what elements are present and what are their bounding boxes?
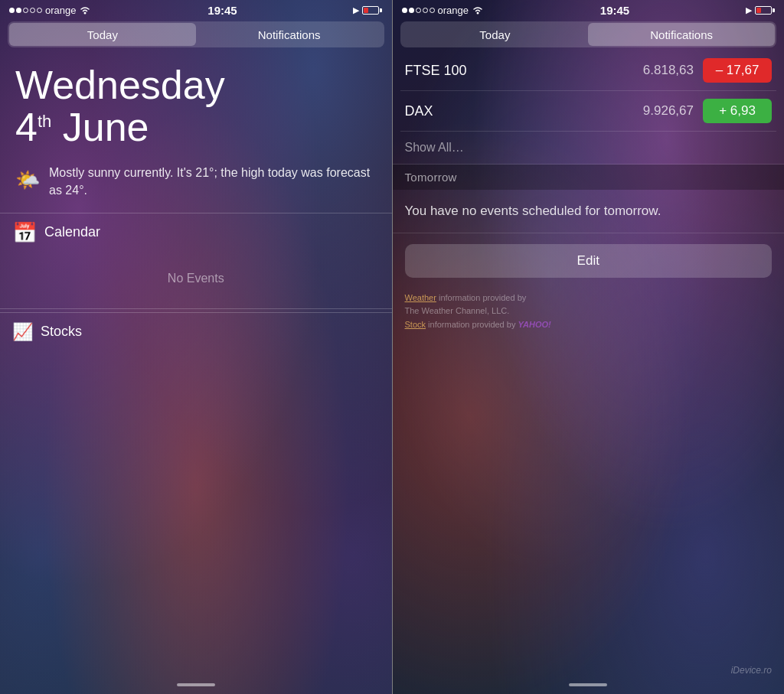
signal-dots-right [402, 8, 435, 13]
stock-badge-dax: + 6,93 [703, 99, 772, 123]
time-left: 19:45 [207, 4, 237, 17]
tab-notifications-right[interactable]: Notifications [588, 23, 775, 46]
footer-text: Weather information provided byThe Weath… [393, 285, 785, 335]
location-icon-left: ▶ [353, 5, 359, 15]
date-sup: th [38, 111, 51, 130]
right-status-bar: orange 19:45 ▶ [393, 0, 785, 18]
edit-button[interactable]: Edit [405, 244, 773, 278]
stock-suffix: information provided by [426, 320, 518, 329]
yahoo-logo: YAHOO! [518, 320, 550, 329]
rdot2 [409, 8, 414, 13]
wifi-icon-right [472, 5, 484, 15]
left-status-bar: orange 19:45 ▶ [0, 0, 392, 18]
date-day: Wednesday [15, 64, 377, 106]
date-month: June [63, 105, 149, 149]
tab-notifications-left[interactable]: Notifications [196, 23, 383, 46]
handle-line-right [569, 683, 607, 686]
stock-row-dax: DAX 9.926,67 + 6,93 [400, 91, 777, 132]
battery-left [362, 6, 382, 15]
handle-line-left [177, 683, 215, 686]
stock-name-dax: DAX [405, 103, 643, 119]
no-events-label: No Events [168, 272, 224, 285]
stocks-icon: 📈 [12, 322, 33, 342]
carrier-right: orange [438, 5, 469, 16]
calendar-label: Calendar [44, 224, 100, 240]
dot2 [16, 8, 21, 13]
stocks-label: Stocks [41, 324, 82, 340]
stock-value-ftse: 6.818,63 [643, 63, 694, 78]
weather-block: 🌤️ Mostly sunny currently. It's 21°; the… [0, 155, 392, 213]
stock-name-ftse: FTSE 100 [405, 63, 643, 79]
right-panel: orange 19:45 ▶ Today Notifications FTSE … [393, 0, 785, 694]
right-seg-control[interactable]: Today Notifications [400, 21, 777, 47]
status-left: orange [9, 5, 91, 16]
battery-right [755, 6, 775, 15]
stocks-table: FTSE 100 6.818,63 – 17,67 DAX 9.926,67 +… [393, 51, 785, 132]
stock-badge-ftse: – 17,67 [703, 58, 772, 83]
dot3 [23, 8, 28, 13]
svg-point-0 [84, 12, 87, 15]
tab-today-left[interactable]: Today [9, 23, 196, 46]
wifi-icon-left [79, 5, 91, 15]
tab-today-right[interactable]: Today [402, 23, 589, 46]
right-content: FTSE 100 6.818,63 – 17,67 DAX 9.926,67 +… [393, 51, 785, 677]
calendar-section-header: 📅 Calendar [0, 213, 392, 249]
stock-value-dax: 9.926,67 [643, 103, 694, 119]
date-block: Wednesday 4th June [0, 51, 392, 155]
right-bottom-handle [393, 677, 785, 694]
dot1 [9, 8, 15, 13]
signal-dots [9, 8, 42, 13]
tomorrow-header: Tomorrow [393, 165, 785, 190]
stock-row-ftse: FTSE 100 6.818,63 – 17,67 [400, 51, 777, 91]
tomorrow-text: You have no events scheduled for tomorro… [393, 190, 785, 233]
stock-link[interactable]: Stock [405, 320, 426, 329]
status-left-right: orange [402, 5, 484, 16]
carrier-left: orange [45, 5, 76, 16]
rdot4 [423, 8, 428, 13]
time-right: 19:45 [600, 4, 629, 17]
date-number: 4 [15, 105, 38, 149]
svg-point-1 [476, 12, 479, 15]
rdot5 [430, 8, 435, 13]
watermark: iDevice.ro [731, 665, 772, 676]
left-seg-control[interactable]: Today Notifications [8, 21, 384, 47]
left-panel: orange 19:45 ▶ Today Notifications Wedne… [0, 0, 392, 694]
weather-icon: 🌤️ [15, 166, 40, 194]
stocks-section-header: 📈 Stocks [0, 313, 392, 348]
calendar-icon: 📅 [12, 223, 37, 243]
show-all-link[interactable]: Show All… [393, 132, 785, 165]
status-right-left: ▶ [353, 5, 382, 15]
status-right-right: ▶ [746, 5, 775, 15]
no-events-text: No Events [0, 249, 392, 308]
left-bottom-handle [0, 677, 392, 694]
sep2 [0, 308, 392, 309]
location-icon-right: ▶ [746, 5, 752, 15]
rdot1 [402, 8, 407, 13]
date-rest: 4th June [15, 106, 377, 148]
left-content: Wednesday 4th June 🌤️ Mostly sunny curre… [0, 51, 392, 677]
rdot3 [416, 8, 421, 13]
weather-link[interactable]: Weather [405, 293, 436, 302]
edit-btn-wrap: Edit [393, 233, 785, 285]
weather-text: Mostly sunny currently. It's 21°; the hi… [49, 165, 377, 199]
dot5 [37, 8, 42, 13]
dot4 [30, 8, 35, 13]
